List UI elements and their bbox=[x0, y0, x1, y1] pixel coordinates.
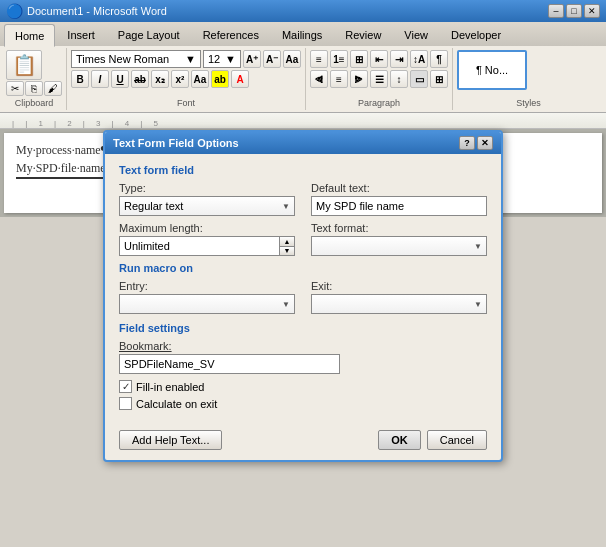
dialog-title-controls: ? ✕ bbox=[459, 136, 493, 150]
max-length-label: Maximum length: bbox=[119, 222, 295, 234]
dialog-overlay: Text Form Field Options ? ✕ Text form fi… bbox=[0, 0, 606, 547]
dialog-close-button[interactable]: ✕ bbox=[477, 136, 493, 150]
text-format-arrow: ▼ bbox=[474, 242, 482, 251]
dialog-footer: Add Help Text... OK Cancel bbox=[105, 424, 501, 460]
exit-label: Exit: bbox=[311, 280, 487, 292]
max-length-up[interactable]: ▲ bbox=[280, 237, 294, 247]
cancel-button[interactable]: Cancel bbox=[427, 430, 487, 450]
dialog-title: Text Form Field Options bbox=[113, 137, 239, 149]
text-format-label: Text format: bbox=[311, 222, 487, 234]
fill-enabled-row: ✓ Fill-in enabled bbox=[119, 380, 487, 393]
calculate-label: Calculate on exit bbox=[136, 398, 217, 410]
default-text-label: Default text: bbox=[311, 182, 487, 194]
maxlength-format-row: Maximum length: ▲ ▼ Text format: ▼ bbox=[119, 222, 487, 256]
calculate-checkbox[interactable] bbox=[119, 397, 132, 410]
type-default-row: Type: Regular text ▼ Default text: bbox=[119, 182, 487, 216]
section-macro-label: Run macro on bbox=[119, 262, 487, 274]
dialog-body: Text form field Type: Regular text ▼ Def… bbox=[105, 154, 501, 424]
exit-select[interactable]: ▼ bbox=[311, 294, 487, 314]
entry-select-arrow: ▼ bbox=[282, 300, 290, 309]
exit-col: Exit: ▼ bbox=[311, 280, 487, 314]
maxlength-col: Maximum length: ▲ ▼ bbox=[119, 222, 295, 256]
section-field-label: Text form field bbox=[119, 164, 487, 176]
text-format-select[interactable]: ▼ bbox=[311, 236, 487, 256]
dialog-titlebar: Text Form Field Options ? ✕ bbox=[105, 132, 501, 154]
type-select-arrow: ▼ bbox=[282, 202, 290, 211]
type-label: Type: bbox=[119, 182, 295, 194]
entry-select[interactable]: ▼ bbox=[119, 294, 295, 314]
entry-label: Entry: bbox=[119, 280, 295, 292]
exit-select-arrow: ▼ bbox=[474, 300, 482, 309]
fill-enabled-label: Fill-in enabled bbox=[136, 381, 204, 393]
max-length-down[interactable]: ▼ bbox=[280, 247, 294, 256]
type-select[interactable]: Regular text ▼ bbox=[119, 196, 295, 216]
bookmark-input[interactable] bbox=[119, 354, 340, 374]
type-col: Type: Regular text ▼ bbox=[119, 182, 295, 216]
calculate-row: Calculate on exit bbox=[119, 397, 487, 410]
entry-col: Entry: ▼ bbox=[119, 280, 295, 314]
ok-cancel-group: OK Cancel bbox=[378, 430, 487, 450]
section-settings-label: Field settings bbox=[119, 322, 487, 334]
bookmark-label: Bookmark: bbox=[119, 340, 487, 352]
max-length-input[interactable] bbox=[119, 236, 279, 256]
text-form-field-dialog: Text Form Field Options ? ✕ Text form fi… bbox=[103, 130, 503, 462]
max-length-spinner-wrap: ▲ ▼ bbox=[119, 236, 295, 256]
ok-button[interactable]: OK bbox=[378, 430, 421, 450]
fill-enabled-checkbox[interactable]: ✓ bbox=[119, 380, 132, 393]
default-text-input[interactable] bbox=[311, 196, 487, 216]
max-length-spinners: ▲ ▼ bbox=[279, 236, 295, 256]
dialog-help-button[interactable]: ? bbox=[459, 136, 475, 150]
add-help-text-button[interactable]: Add Help Text... bbox=[119, 430, 222, 450]
default-text-col: Default text: bbox=[311, 182, 487, 216]
macro-row: Entry: ▼ Exit: ▼ bbox=[119, 280, 487, 314]
fill-enabled-checkmark: ✓ bbox=[122, 381, 130, 392]
text-format-col: Text format: ▼ bbox=[311, 222, 487, 256]
